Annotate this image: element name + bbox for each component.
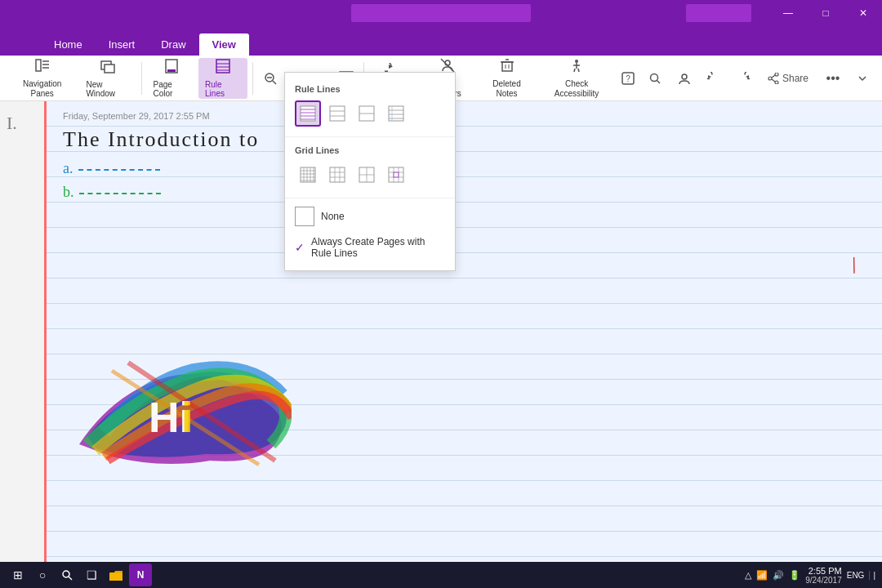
svg-point-41 xyxy=(682,74,687,79)
rule-wide-button[interactable] xyxy=(354,100,380,127)
new-window-button[interactable]: New Window xyxy=(79,58,136,99)
dropdown-grid-title: Grid Lines xyxy=(285,140,455,158)
check-accessibility-button[interactable]: Check Accessibility xyxy=(538,58,614,99)
share-button[interactable]: Share xyxy=(760,69,817,87)
task-view-2-button[interactable]: ❑ xyxy=(80,564,103,586)
start-button[interactable]: ⊞ xyxy=(7,564,29,586)
rule-medium-button[interactable] xyxy=(324,100,350,127)
undo-button[interactable] xyxy=(701,65,727,91)
rule-lines-dropdown: Rule Lines Grid Lines xyxy=(284,72,456,271)
rule-narrow-button[interactable] xyxy=(295,100,321,127)
svg-point-44 xyxy=(775,73,778,76)
svg-marker-43 xyxy=(746,75,749,78)
account-button[interactable] xyxy=(671,65,697,91)
deleted-notes-icon xyxy=(499,57,515,78)
svg-point-32 xyxy=(575,60,578,63)
svg-rect-5 xyxy=(105,65,114,73)
svg-rect-95 xyxy=(109,574,122,581)
tab-home[interactable]: Home xyxy=(41,33,96,56)
page-color-icon xyxy=(163,58,180,78)
item-b-label: b. xyxy=(63,184,74,200)
taskbar-network: 📶 xyxy=(756,570,768,581)
svg-rect-27 xyxy=(502,62,512,71)
item-a-dash xyxy=(78,169,160,171)
item-a-label: a. xyxy=(63,160,74,176)
always-create-label: Always Create Pages with Rule Lines xyxy=(311,236,445,259)
grid-xlarge-button[interactable] xyxy=(383,162,409,188)
redo-button[interactable] xyxy=(730,65,756,91)
taskbar-time[interactable]: 2:55 PM 9/24/2017 xyxy=(805,566,842,585)
ribbon-tabs: ← Home Insert Draw View xyxy=(0,26,882,56)
new-window-icon xyxy=(100,58,116,78)
zoom-out-button[interactable] xyxy=(258,65,282,91)
svg-line-13 xyxy=(273,81,276,84)
taskbar-date-value: 9/24/2017 xyxy=(805,576,842,585)
title-bar: — □ ✕ xyxy=(0,0,882,26)
page-color-button[interactable]: Page Color xyxy=(146,58,197,99)
svg-text:?: ? xyxy=(626,74,631,83)
expand-button[interactable] xyxy=(849,65,875,91)
sep1 xyxy=(141,62,142,95)
page-item-a: a. xyxy=(63,160,866,177)
search-button[interactable] xyxy=(642,65,668,91)
taskbar-notification: △ xyxy=(745,570,751,581)
grid-small-button[interactable] xyxy=(295,162,321,188)
navigation-panes-button[interactable]: Navigation Panes xyxy=(7,58,78,99)
sep2 xyxy=(252,62,253,95)
taskbar-show-desktop[interactable]: | xyxy=(869,571,875,580)
dropdown-rule-title: Rule Lines xyxy=(285,79,455,97)
svg-rect-49 xyxy=(301,106,315,121)
rule-lines-options xyxy=(285,97,455,133)
rule-lines-button[interactable]: Rule Lines xyxy=(198,58,247,99)
onenote-button[interactable]: N xyxy=(129,564,152,586)
always-create-option[interactable]: ✓ Always Create Pages with Rule Lines xyxy=(285,231,455,264)
grid-medium-button[interactable] xyxy=(324,162,350,188)
title-bar-right-input[interactable] xyxy=(686,4,751,22)
check-icon: ✓ xyxy=(295,241,305,254)
check-accessibility-icon xyxy=(568,57,585,78)
svg-line-35 xyxy=(574,69,575,72)
maximize-button[interactable]: □ xyxy=(807,0,844,26)
svg-line-40 xyxy=(657,80,660,83)
none-option[interactable]: None xyxy=(285,202,455,231)
share-label: Share xyxy=(782,73,808,84)
taskbar-lang: ENG xyxy=(847,571,865,580)
navigation-icon xyxy=(34,57,51,78)
left-gutter: I. xyxy=(0,101,44,562)
svg-line-47 xyxy=(772,75,775,78)
page-content[interactable]: Friday, September 29, 2017 2:55 PM The I… xyxy=(44,101,882,562)
svg-rect-73 xyxy=(330,167,345,182)
title-bar-controls: — □ ✕ xyxy=(769,0,882,26)
svg-rect-7 xyxy=(167,69,176,72)
svg-point-92 xyxy=(63,571,69,577)
page-title-text: The Introduction to xyxy=(63,127,866,152)
new-window-label: New Window xyxy=(86,80,129,98)
grid-large-button[interactable] xyxy=(354,162,380,188)
svg-line-93 xyxy=(69,577,72,580)
svg-point-39 xyxy=(650,74,657,81)
svg-line-36 xyxy=(578,69,579,72)
svg-line-48 xyxy=(772,79,775,82)
title-bar-search[interactable] xyxy=(351,4,531,22)
tab-view[interactable]: View xyxy=(199,33,249,56)
page-color-label: Page Color xyxy=(153,80,190,98)
close-button[interactable]: ✕ xyxy=(844,0,882,26)
more-button[interactable]: ••• xyxy=(820,65,846,91)
none-preview xyxy=(295,207,314,226)
svg-rect-81 xyxy=(389,167,403,182)
misc-button[interactable]: ? xyxy=(617,65,640,91)
search-taskbar-button[interactable] xyxy=(56,564,78,586)
item-b-dash xyxy=(79,193,161,194)
taskbar-right: △ 📶 🔊 🔋 2:55 PM 9/24/2017 ENG | xyxy=(745,566,875,585)
deleted-notes-button[interactable]: Deleted Notes xyxy=(477,58,537,99)
file-explorer-button[interactable] xyxy=(105,564,127,586)
task-view-button[interactable]: ○ xyxy=(31,564,54,586)
svg-point-46 xyxy=(768,77,772,80)
page-date: Friday, September 29, 2017 2:55 PM xyxy=(63,111,866,121)
tab-draw[interactable]: Draw xyxy=(148,33,198,56)
minimize-button[interactable]: — xyxy=(769,0,807,26)
hi-image: Hi i xyxy=(63,330,292,485)
tab-insert[interactable]: Insert xyxy=(96,33,149,56)
rule-college-button[interactable] xyxy=(383,100,409,127)
ribbon-right: Share ••• xyxy=(642,65,875,91)
